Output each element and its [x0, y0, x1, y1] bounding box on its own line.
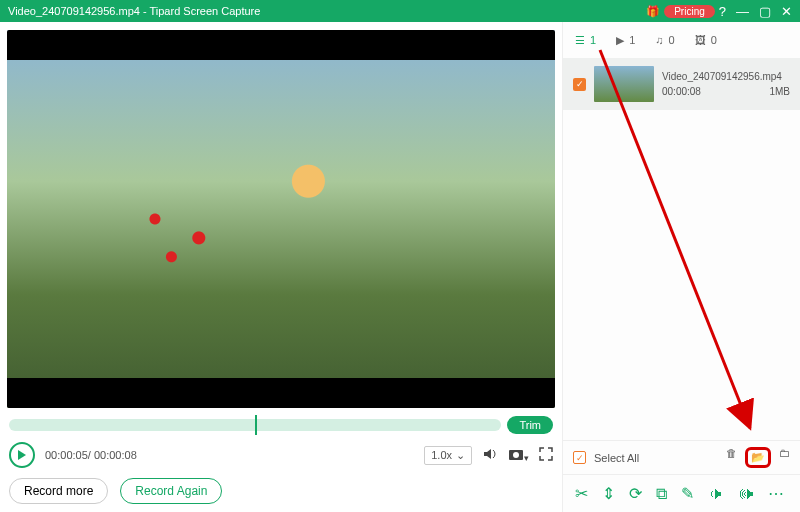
close-icon[interactable]: ✕: [781, 4, 792, 19]
tab-audio[interactable]: ♫0: [655, 34, 674, 46]
title-app: Tipard Screen Capture: [150, 5, 261, 17]
delete-icon[interactable]: 🗑: [726, 447, 737, 468]
tab-image[interactable]: 🖼0: [695, 34, 717, 46]
speed-value: 1.0x: [431, 449, 452, 461]
tool-row: ✂ ⇕ ⟳ ⧉ ✎ 🕩 🕪 ⋯: [563, 474, 800, 512]
list-item[interactable]: ✓ Video_240709142956.mp4 00:00:081MB: [563, 58, 800, 110]
list-icon: ☰: [575, 34, 585, 47]
volume-plus-icon[interactable]: 🕪: [738, 485, 754, 503]
item-filename: Video_240709142956.mp4: [662, 71, 790, 82]
pricing-button[interactable]: Pricing: [664, 5, 715, 18]
video-count: 1: [629, 34, 635, 46]
open-folder-icon[interactable]: 🗀: [779, 447, 790, 468]
minimize-icon[interactable]: —: [736, 4, 749, 19]
trim-button[interactable]: Trim: [507, 416, 553, 434]
more-icon[interactable]: ⋯: [768, 484, 784, 503]
convert-icon[interactable]: ⟳: [629, 484, 642, 503]
bottom-actions: Record more Record Again: [9, 478, 553, 504]
time-display: 00:00:05/ 00:00:08: [45, 449, 137, 461]
record-more-button[interactable]: Record more: [9, 478, 108, 504]
image-icon: 🖼: [695, 34, 706, 46]
snapshot-icon[interactable]: ▾: [508, 447, 529, 463]
audio-count: 0: [669, 34, 675, 46]
item-size: 1MB: [769, 86, 790, 97]
item-duration: 00:00:08: [662, 86, 701, 97]
window-title: Video_240709142956.mp4 - Tipard Screen C…: [8, 5, 646, 17]
music-icon: ♫: [655, 34, 663, 46]
fullscreen-icon[interactable]: [539, 447, 553, 463]
tab-video[interactable]: ▶1: [616, 34, 635, 47]
select-all-row: ✓ Select All 🗑 📂 🗀: [563, 440, 800, 474]
merge-icon[interactable]: ⧉: [656, 485, 667, 503]
gift-icon[interactable]: 🎁: [646, 5, 660, 18]
preview-panel: Trim 00:00:05/ 00:00:08 1.0x⌄ ▾ Record m…: [0, 22, 562, 512]
volume-up-icon[interactable]: 🕩: [708, 485, 724, 503]
trim-bar: Trim: [9, 416, 553, 434]
playback-controls: 00:00:05/ 00:00:08 1.0x⌄ ▾: [9, 442, 553, 468]
trim-track[interactable]: [9, 419, 501, 431]
filter-tabs: ☰1 ▶1 ♫0 🖼0: [563, 22, 800, 58]
titlebar: Video_240709142956.mp4 - Tipard Screen C…: [0, 0, 800, 22]
tab-list[interactable]: ☰1: [575, 34, 596, 47]
select-all-checkbox[interactable]: ✓: [573, 451, 586, 464]
maximize-icon[interactable]: ▢: [759, 4, 771, 19]
volume-icon[interactable]: [482, 446, 498, 464]
item-thumbnail: [594, 66, 654, 102]
cut-icon[interactable]: ✂: [575, 484, 588, 503]
help-icon[interactable]: ?: [719, 4, 726, 19]
video-preview[interactable]: [7, 30, 555, 408]
edit-icon[interactable]: ✎: [681, 484, 694, 503]
title-sep: -: [140, 5, 150, 17]
window-buttons: ? — ▢ ✕: [719, 4, 792, 19]
export-folder-icon[interactable]: 📂: [745, 447, 771, 468]
item-meta: Video_240709142956.mp4 00:00:081MB: [662, 71, 790, 97]
chevron-down-icon: ⌄: [456, 449, 465, 462]
list-count: 1: [590, 34, 596, 46]
compress-icon[interactable]: ⇕: [602, 484, 615, 503]
recordings-panel: ☰1 ▶1 ♫0 🖼0 ✓ Video_240709142956.mp4 00:…: [562, 22, 800, 512]
item-checkbox[interactable]: ✓: [573, 78, 586, 91]
title-filename: Video_240709142956.mp4: [8, 5, 140, 17]
image-count: 0: [711, 34, 717, 46]
select-all-label: Select All: [594, 452, 639, 464]
record-again-button[interactable]: Record Again: [120, 478, 222, 504]
video-icon: ▶: [616, 34, 624, 47]
play-button[interactable]: [9, 442, 35, 468]
speed-selector[interactable]: 1.0x⌄: [424, 446, 472, 465]
svg-point-1: [513, 452, 519, 458]
